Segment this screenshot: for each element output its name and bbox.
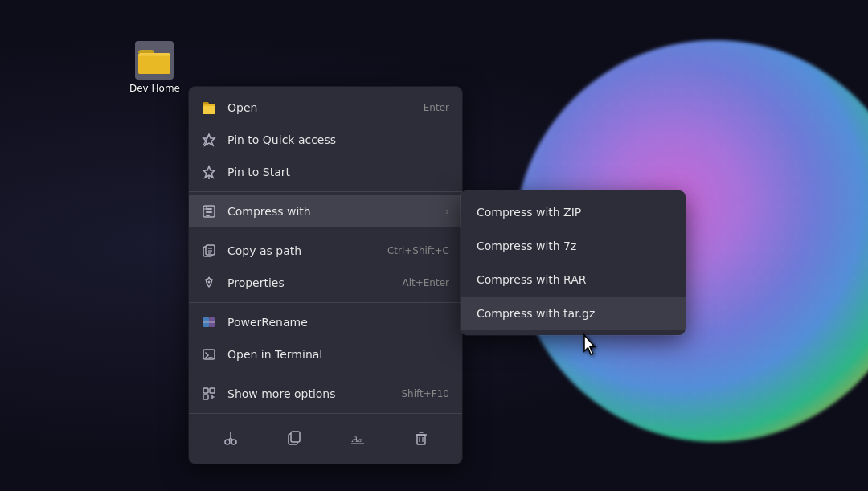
submenu-7z-label: Compress with 7z	[477, 239, 669, 252]
compress-chevron-icon: ›	[445, 206, 449, 217]
svg-rect-10	[206, 215, 210, 216]
context-menu: Open Enter Pin to Quick access Pin to St…	[189, 87, 462, 464]
menu-item-properties-shortcut: Alt+Enter	[402, 277, 449, 288]
svg-rect-4	[203, 106, 215, 114]
menu-item-open[interactable]: Open Enter	[189, 92, 462, 124]
svg-rect-24	[203, 395, 208, 399]
svg-rect-31	[291, 432, 300, 442]
menu-item-more-options-shortcut: Shift+F10	[401, 388, 449, 399]
submenu-targz-label: Compress with tar.gz	[477, 307, 669, 320]
svg-text:a: a	[358, 436, 362, 444]
menu-divider-5	[189, 413, 462, 414]
menu-divider-3	[189, 302, 462, 303]
submenu-zip-label: Compress with ZIP	[477, 206, 669, 219]
menu-item-properties[interactable]: Properties Alt+Enter	[189, 267, 462, 299]
copy-path-icon	[202, 243, 216, 258]
menu-item-more-options[interactable]: Show more options Shift+F10	[189, 378, 462, 410]
menu-item-power-rename-label: PowerRename	[227, 316, 449, 329]
svg-rect-35	[417, 435, 425, 444]
menu-item-pin-quick-label: Pin to Quick access	[227, 133, 449, 146]
delete-button[interactable]	[407, 423, 436, 452]
menu-item-pin-start-label: Pin to Start	[227, 166, 449, 178]
svg-rect-23	[210, 388, 215, 393]
svg-rect-22	[203, 388, 208, 393]
menu-item-open-shortcut: Enter	[424, 102, 449, 113]
desktop-icon-image	[135, 41, 174, 80]
menu-item-more-options-label: Show more options	[227, 387, 390, 400]
menu-item-compress-label: Compress with	[227, 205, 428, 218]
menu-item-power-rename[interactable]: PowerRename	[189, 306, 462, 338]
pin-start-icon	[202, 165, 216, 179]
menu-item-terminal-label: Open in Terminal	[227, 348, 449, 361]
svg-rect-2	[138, 56, 170, 74]
copy-button[interactable]	[280, 423, 309, 452]
menu-toolbar: A a	[189, 417, 462, 459]
submenu-item-7z[interactable]: Compress with 7z	[461, 229, 686, 263]
menu-item-properties-label: Properties	[227, 276, 391, 289]
menu-item-compress[interactable]: Compress with › Compress with ZIP Compre…	[189, 195, 462, 227]
menu-item-copy-path[interactable]: Copy as path Ctrl+Shift+C	[189, 235, 462, 267]
compress-submenu: Compress with ZIP Compress with 7z Compr…	[461, 190, 686, 335]
open-icon	[202, 100, 216, 115]
power-rename-icon	[202, 315, 216, 329]
rename-button[interactable]: A a	[343, 423, 372, 452]
svg-rect-9	[206, 211, 212, 213]
pin-quick-icon	[202, 133, 216, 147]
desktop-icon-label: Dev Home	[129, 83, 180, 94]
menu-item-copy-path-label: Copy as path	[227, 244, 376, 257]
properties-icon	[202, 276, 216, 290]
svg-point-16	[208, 281, 211, 284]
menu-divider-2	[189, 231, 462, 231]
more-options-icon	[202, 387, 216, 401]
submenu-item-zip[interactable]: Compress with ZIP	[461, 195, 686, 229]
menu-divider-1	[189, 191, 462, 192]
svg-line-28	[231, 438, 233, 440]
compress-icon	[202, 204, 216, 219]
submenu-item-targz[interactable]: Compress with tar.gz	[461, 297, 686, 330]
menu-item-pin-quick[interactable]: Pin to Quick access	[189, 124, 462, 156]
menu-item-terminal[interactable]: Open in Terminal	[189, 338, 462, 370]
cut-button[interactable]	[216, 423, 245, 452]
menu-divider-4	[189, 374, 462, 374]
terminal-icon	[202, 347, 216, 362]
submenu-rar-label: Compress with RAR	[477, 273, 669, 286]
menu-item-pin-start[interactable]: Pin to Start	[189, 156, 462, 188]
submenu-item-rar[interactable]: Compress with RAR	[461, 263, 686, 297]
desktop-icon-devhome[interactable]: Dev Home	[125, 36, 185, 99]
menu-item-open-label: Open	[227, 101, 412, 114]
menu-item-copy-path-shortcut: Ctrl+Shift+C	[387, 245, 449, 256]
svg-text:A: A	[351, 433, 358, 444]
